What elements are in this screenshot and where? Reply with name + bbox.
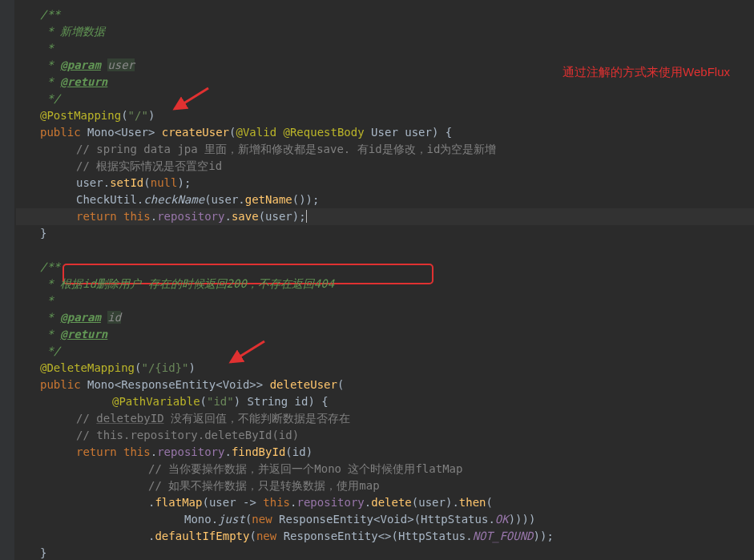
code-line[interactable]: * [16,40,754,57]
text-cursor [306,210,313,223]
code-line[interactable]: * 根据id删除用户 存在的时候返回200，不存在返回404 [16,276,754,292]
code-line[interactable]: Mono.just(new ResponseEntity<Void>(HttpS… [16,511,754,528]
code-line[interactable]: // 当你要操作数据，并返回一个Mono 这个时候使用flatMap [16,461,754,477]
code-line[interactable]: */ [16,343,754,360]
code-line[interactable]: * @param user [16,57,754,74]
code-line[interactable]: public Mono<ResponseEntity<Void>> delete… [16,377,754,393]
code-line[interactable]: .defaultIfEmpty(new ResponseEntity<>(Htt… [16,528,754,545]
code-line-active[interactable]: return this.repository.save(user); [16,208,754,225]
code-line[interactable]: .flatMap(user -> this.repository.delete(… [16,494,754,511]
code-line[interactable]: @DeleteMapping("/{id}") [16,360,754,377]
code-line[interactable]: public Mono<User> createUser(@Valid @Req… [16,124,754,141]
code-line[interactable]: /** [16,6,754,23]
code-line[interactable]: return this.repository.findById(id) [16,444,754,461]
code-line[interactable]: } [16,225,754,242]
code-line[interactable]: * @return [16,74,754,91]
code-line[interactable]: @PathVariable("id") String id) { [16,393,754,410]
code-line[interactable]: // 根据实际情况是否置空id [16,158,754,175]
code-line[interactable]: * @param id [16,309,754,326]
code-line[interactable]: */ [16,91,754,107]
code-line[interactable]: // spring data jpa 里面，新增和修改都是save. 有id是修… [16,141,754,158]
code-line[interactable]: /** [16,259,754,276]
code-line[interactable]: * @return [16,326,754,343]
code-line[interactable]: @PostMapping("/") [16,107,754,124]
code-line[interactable]: // deletebyID 没有返回值，不能判断数据是否存在 [16,410,754,427]
blank-line[interactable] [16,242,754,259]
code-line[interactable]: } [16,545,754,560]
code-editor[interactable]: 通过注解的方式来使用WebFlux /** * 新增数据 * * @param … [0,0,754,560]
code-line[interactable]: * 新增数据 [16,23,754,40]
code-line[interactable]: // 如果不操作数据，只是转换数据，使用map [16,477,754,494]
code-line[interactable]: user.setId(null); [16,175,754,191]
code-line[interactable]: * [16,292,754,309]
code-line[interactable]: CheckUtil.checkName(user.getName()); [16,191,754,208]
code-line[interactable]: // this.repository.deleteById(id) [16,427,754,444]
